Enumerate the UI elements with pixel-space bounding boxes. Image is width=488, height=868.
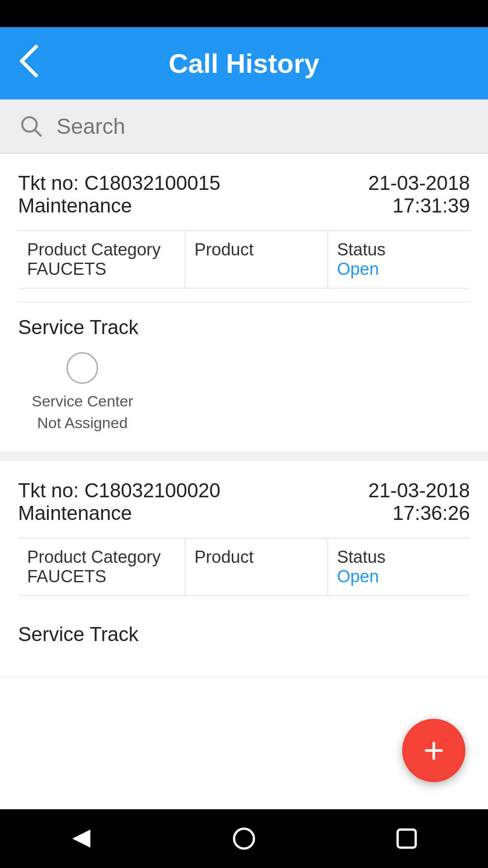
service-track-items: Service CenterNot Assigned — [18, 352, 470, 434]
ticket-card: Tkt no: C18032100020 Maintenance 21-03-2… — [0, 461, 488, 678]
ticket-card: Tkt no: C18032100015 Maintenance 21-03-2… — [0, 154, 488, 452]
ticket-date: 21-03-2018 — [368, 172, 470, 194]
nav-home-button[interactable] — [230, 825, 258, 852]
back-button[interactable] — [18, 43, 41, 84]
ticket-info-left: Tkt no: C18032100020 Maintenance — [18, 479, 221, 524]
product-category-value: FAUCETS — [27, 259, 176, 279]
ticket-number: Tkt no: C18032100015 — [18, 172, 221, 194]
app-bar: Call History — [0, 27, 488, 99]
product-category-value: FAUCETS — [27, 567, 176, 586]
content-area: Tkt no: C18032100015 Maintenance 21-03-2… — [0, 154, 488, 809]
product-category-label: Product Category — [27, 240, 176, 259]
ticket-type: Maintenance — [18, 502, 221, 524]
svg-marker-2 — [72, 830, 90, 848]
product-label: Product — [194, 240, 318, 259]
ticket-type: Maintenance — [18, 194, 221, 217]
ticket-time: 17:36:26 — [368, 502, 470, 524]
ticket-info-left: Tkt no: C18032100015 Maintenance — [18, 172, 221, 217]
nav-recent-button[interactable] — [393, 825, 420, 852]
ticket-date: 21-03-2018 — [368, 479, 470, 502]
page-title: Call History — [169, 48, 319, 79]
ticket-info-right: 21-03-2018 17:36:26 — [368, 479, 470, 524]
ticket-header: Tkt no: C18032100015 Maintenance 21-03-2… — [18, 172, 470, 217]
bottom-nav — [0, 809, 488, 868]
status-value: Open — [337, 567, 461, 586]
product-label: Product — [194, 547, 318, 567]
product-table: Product Category FAUCETS Product Status … — [18, 538, 470, 596]
service-track-title: Service Track — [18, 316, 470, 339]
search-bar — [0, 99, 488, 154]
svg-rect-4 — [398, 830, 416, 848]
nav-back-button[interactable] — [68, 825, 95, 852]
search-input[interactable] — [56, 114, 470, 139]
svg-point-3 — [234, 829, 254, 849]
ticket-info-right: 21-03-2018 17:31:39 — [368, 172, 470, 217]
service-track: Service Track Service CenterNot Assigned — [18, 302, 470, 452]
ticket-number: Tkt no: C18032100020 — [18, 479, 221, 502]
product-table: Product Category FAUCETS Product Status … — [18, 231, 470, 288]
status-bar — [0, 0, 488, 27]
plus-icon: + — [423, 732, 445, 769]
add-button[interactable]: + — [402, 719, 465, 782]
service-node-label: Service CenterNot Assigned — [32, 391, 133, 434]
status-label: Status — [337, 547, 461, 567]
product-category-col: Product Category FAUCETS — [18, 231, 185, 288]
ticket-header: Tkt no: C18032100020 Maintenance 21-03-2… — [18, 479, 470, 524]
svg-line-1 — [35, 130, 41, 136]
search-icon — [18, 113, 43, 140]
service-track-title: Service Track — [18, 623, 470, 646]
card-separator — [0, 452, 488, 461]
service-track: Service Track — [18, 609, 470, 677]
product-col: Product — [185, 231, 328, 288]
product-col: Product — [185, 538, 328, 595]
product-category-label: Product Category — [27, 547, 176, 567]
ticket-time: 17:31:39 — [368, 194, 470, 217]
status-value: Open — [337, 259, 461, 279]
status-col: Status Open — [328, 231, 470, 288]
product-category-col: Product Category FAUCETS — [18, 538, 185, 595]
status-col: Status Open — [328, 538, 470, 595]
status-label: Status — [337, 240, 461, 259]
service-circle — [66, 352, 98, 384]
service-node: Service CenterNot Assigned — [32, 352, 133, 434]
